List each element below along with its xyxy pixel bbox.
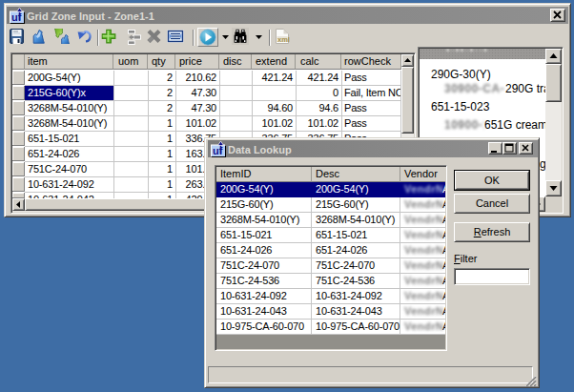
svg-text:xml: xml: [277, 35, 290, 44]
